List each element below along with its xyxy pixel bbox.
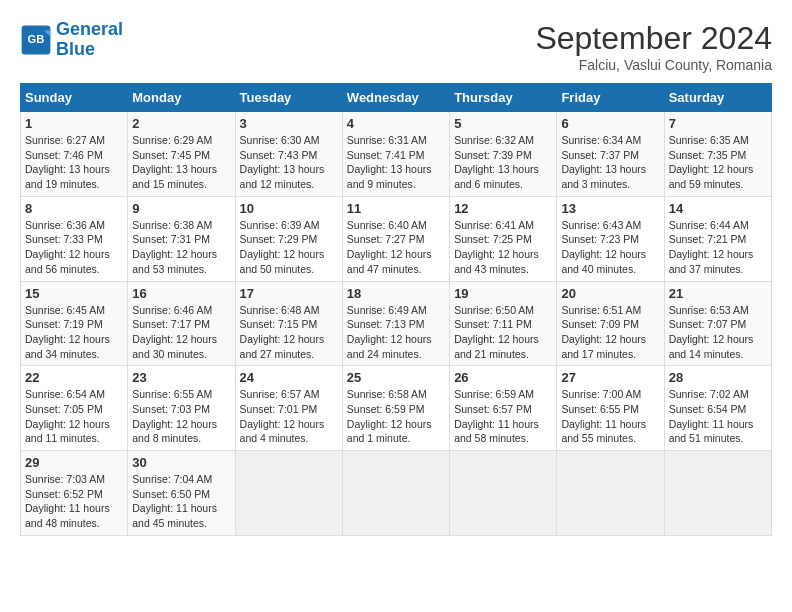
day-number: 7: [669, 116, 767, 131]
day-info: Sunrise: 6:59 AMSunset: 6:57 PMDaylight:…: [454, 387, 552, 446]
day-number: 10: [240, 201, 338, 216]
calendar-cell: [342, 451, 449, 536]
day-number: 29: [25, 455, 123, 470]
day-info: Sunrise: 6:43 AMSunset: 7:23 PMDaylight:…: [561, 218, 659, 277]
calendar-cell: 13Sunrise: 6:43 AMSunset: 7:23 PMDayligh…: [557, 196, 664, 281]
day-info: Sunrise: 6:30 AMSunset: 7:43 PMDaylight:…: [240, 133, 338, 192]
calendar-cell: 15Sunrise: 6:45 AMSunset: 7:19 PMDayligh…: [21, 281, 128, 366]
calendar-cell: 28Sunrise: 7:02 AMSunset: 6:54 PMDayligh…: [664, 366, 771, 451]
day-number: 19: [454, 286, 552, 301]
calendar-cell: 29Sunrise: 7:03 AMSunset: 6:52 PMDayligh…: [21, 451, 128, 536]
calendar-cell: 22Sunrise: 6:54 AMSunset: 7:05 PMDayligh…: [21, 366, 128, 451]
calendar-cell: 6Sunrise: 6:34 AMSunset: 7:37 PMDaylight…: [557, 112, 664, 197]
day-number: 22: [25, 370, 123, 385]
day-info: Sunrise: 6:58 AMSunset: 6:59 PMDaylight:…: [347, 387, 445, 446]
calendar-cell: 3Sunrise: 6:30 AMSunset: 7:43 PMDaylight…: [235, 112, 342, 197]
day-info: Sunrise: 6:48 AMSunset: 7:15 PMDaylight:…: [240, 303, 338, 362]
calendar-cell: [450, 451, 557, 536]
day-number: 21: [669, 286, 767, 301]
calendar-cell: 7Sunrise: 6:35 AMSunset: 7:35 PMDaylight…: [664, 112, 771, 197]
day-info: Sunrise: 7:00 AMSunset: 6:55 PMDaylight:…: [561, 387, 659, 446]
day-of-week-header: Wednesday: [342, 84, 449, 112]
day-number: 14: [669, 201, 767, 216]
day-number: 30: [132, 455, 230, 470]
day-number: 11: [347, 201, 445, 216]
day-number: 13: [561, 201, 659, 216]
day-info: Sunrise: 6:46 AMSunset: 7:17 PMDaylight:…: [132, 303, 230, 362]
day-of-week-header: Friday: [557, 84, 664, 112]
day-info: Sunrise: 7:02 AMSunset: 6:54 PMDaylight:…: [669, 387, 767, 446]
location-subtitle: Falciu, Vaslui County, Romania: [535, 57, 772, 73]
day-info: Sunrise: 6:57 AMSunset: 7:01 PMDaylight:…: [240, 387, 338, 446]
day-number: 23: [132, 370, 230, 385]
logo-icon: GB: [20, 24, 52, 56]
calendar-cell: 25Sunrise: 6:58 AMSunset: 6:59 PMDayligh…: [342, 366, 449, 451]
day-of-week-header: Tuesday: [235, 84, 342, 112]
svg-text:GB: GB: [28, 33, 45, 45]
calendar-cell: 10Sunrise: 6:39 AMSunset: 7:29 PMDayligh…: [235, 196, 342, 281]
day-of-week-header: Thursday: [450, 84, 557, 112]
logo: GB GeneralBlue: [20, 20, 123, 60]
day-info: Sunrise: 6:40 AMSunset: 7:27 PMDaylight:…: [347, 218, 445, 277]
day-number: 16: [132, 286, 230, 301]
day-number: 20: [561, 286, 659, 301]
day-info: Sunrise: 6:35 AMSunset: 7:35 PMDaylight:…: [669, 133, 767, 192]
day-number: 12: [454, 201, 552, 216]
day-number: 27: [561, 370, 659, 385]
calendar-cell: 20Sunrise: 6:51 AMSunset: 7:09 PMDayligh…: [557, 281, 664, 366]
calendar-cell: 2Sunrise: 6:29 AMSunset: 7:45 PMDaylight…: [128, 112, 235, 197]
calendar-cell: 4Sunrise: 6:31 AMSunset: 7:41 PMDaylight…: [342, 112, 449, 197]
calendar-cell: 30Sunrise: 7:04 AMSunset: 6:50 PMDayligh…: [128, 451, 235, 536]
calendar-cell: 27Sunrise: 7:00 AMSunset: 6:55 PMDayligh…: [557, 366, 664, 451]
calendar-cell: 17Sunrise: 6:48 AMSunset: 7:15 PMDayligh…: [235, 281, 342, 366]
day-info: Sunrise: 6:55 AMSunset: 7:03 PMDaylight:…: [132, 387, 230, 446]
day-of-week-header: Monday: [128, 84, 235, 112]
calendar-cell: 18Sunrise: 6:49 AMSunset: 7:13 PMDayligh…: [342, 281, 449, 366]
day-info: Sunrise: 6:53 AMSunset: 7:07 PMDaylight:…: [669, 303, 767, 362]
day-number: 26: [454, 370, 552, 385]
calendar-cell: 26Sunrise: 6:59 AMSunset: 6:57 PMDayligh…: [450, 366, 557, 451]
day-info: Sunrise: 6:44 AMSunset: 7:21 PMDaylight:…: [669, 218, 767, 277]
title-area: September 2024 Falciu, Vaslui County, Ro…: [535, 20, 772, 73]
logo-text: GeneralBlue: [56, 20, 123, 60]
day-number: 25: [347, 370, 445, 385]
calendar-cell: [664, 451, 771, 536]
day-info: Sunrise: 6:32 AMSunset: 7:39 PMDaylight:…: [454, 133, 552, 192]
day-info: Sunrise: 6:29 AMSunset: 7:45 PMDaylight:…: [132, 133, 230, 192]
page-header: GB GeneralBlue September 2024 Falciu, Va…: [20, 20, 772, 73]
calendar-cell: 23Sunrise: 6:55 AMSunset: 7:03 PMDayligh…: [128, 366, 235, 451]
calendar-cell: 19Sunrise: 6:50 AMSunset: 7:11 PMDayligh…: [450, 281, 557, 366]
calendar-cell: 21Sunrise: 6:53 AMSunset: 7:07 PMDayligh…: [664, 281, 771, 366]
day-number: 17: [240, 286, 338, 301]
day-number: 5: [454, 116, 552, 131]
day-info: Sunrise: 6:41 AMSunset: 7:25 PMDaylight:…: [454, 218, 552, 277]
day-info: Sunrise: 6:39 AMSunset: 7:29 PMDaylight:…: [240, 218, 338, 277]
day-number: 8: [25, 201, 123, 216]
calendar-cell: 9Sunrise: 6:38 AMSunset: 7:31 PMDaylight…: [128, 196, 235, 281]
day-info: Sunrise: 6:51 AMSunset: 7:09 PMDaylight:…: [561, 303, 659, 362]
day-number: 15: [25, 286, 123, 301]
calendar-cell: 16Sunrise: 6:46 AMSunset: 7:17 PMDayligh…: [128, 281, 235, 366]
day-info: Sunrise: 7:04 AMSunset: 6:50 PMDaylight:…: [132, 472, 230, 531]
calendar-cell: 12Sunrise: 6:41 AMSunset: 7:25 PMDayligh…: [450, 196, 557, 281]
day-number: 6: [561, 116, 659, 131]
day-number: 2: [132, 116, 230, 131]
day-info: Sunrise: 7:03 AMSunset: 6:52 PMDaylight:…: [25, 472, 123, 531]
calendar-cell: 1Sunrise: 6:27 AMSunset: 7:46 PMDaylight…: [21, 112, 128, 197]
calendar-table: SundayMondayTuesdayWednesdayThursdayFrid…: [20, 83, 772, 536]
day-info: Sunrise: 6:31 AMSunset: 7:41 PMDaylight:…: [347, 133, 445, 192]
day-number: 3: [240, 116, 338, 131]
calendar-cell: [557, 451, 664, 536]
day-number: 24: [240, 370, 338, 385]
calendar-cell: [235, 451, 342, 536]
day-of-week-header: Saturday: [664, 84, 771, 112]
day-number: 18: [347, 286, 445, 301]
day-info: Sunrise: 6:50 AMSunset: 7:11 PMDaylight:…: [454, 303, 552, 362]
day-info: Sunrise: 6:54 AMSunset: 7:05 PMDaylight:…: [25, 387, 123, 446]
day-of-week-header: Sunday: [21, 84, 128, 112]
calendar-cell: 5Sunrise: 6:32 AMSunset: 7:39 PMDaylight…: [450, 112, 557, 197]
calendar-cell: 24Sunrise: 6:57 AMSunset: 7:01 PMDayligh…: [235, 366, 342, 451]
day-info: Sunrise: 6:34 AMSunset: 7:37 PMDaylight:…: [561, 133, 659, 192]
day-info: Sunrise: 6:38 AMSunset: 7:31 PMDaylight:…: [132, 218, 230, 277]
day-number: 4: [347, 116, 445, 131]
